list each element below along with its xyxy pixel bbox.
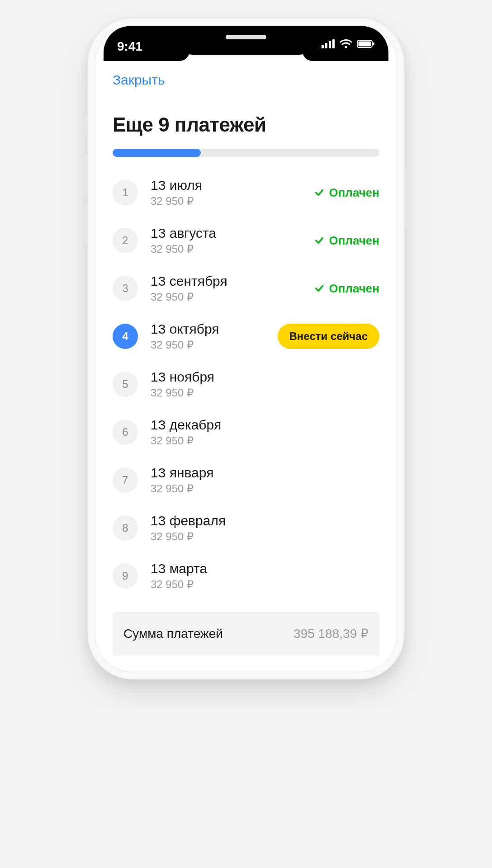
payment-date: 13 февраля <box>151 513 379 528</box>
total-row: Сумма платежей 395 188,39 ₽ <box>113 612 379 656</box>
payment-info: 13 июля32 950 ₽ <box>151 178 302 208</box>
payment-info: 13 февраля32 950 ₽ <box>151 513 379 543</box>
status-paid: Оплачен <box>314 234 379 248</box>
payment-info: 13 сентября32 950 ₽ <box>151 274 302 303</box>
payment-date: 13 марта <box>151 561 379 576</box>
status-paid-label: Оплачен <box>329 282 379 296</box>
payment-amount: 32 950 ₽ <box>151 530 379 543</box>
svg-rect-6 <box>359 42 371 47</box>
phone-side-button <box>85 154 88 195</box>
payment-date: 13 декабря <box>151 417 379 433</box>
payment-amount: 32 950 ₽ <box>151 482 379 495</box>
status-bar: 9:41 <box>95 26 397 65</box>
svg-point-4 <box>345 46 347 48</box>
wifi-icon <box>340 39 352 48</box>
payment-number: 8 <box>113 515 138 541</box>
payment-date: 13 июля <box>151 178 302 193</box>
check-icon <box>314 188 324 198</box>
payment-date: 13 ноября <box>151 369 379 385</box>
payment-date: 13 января <box>151 465 379 481</box>
payment-row: 813 февраля32 950 ₽ <box>113 504 379 552</box>
status-paid-label: Оплачен <box>329 186 379 200</box>
phone-side-button <box>404 167 407 231</box>
payment-number: 1 <box>113 180 138 205</box>
payment-row: 213 августа32 950 ₽Оплачен <box>113 217 379 264</box>
payment-row: 413 октября32 950 ₽Внести сейчас <box>113 312 379 360</box>
payment-amount: 32 950 ₽ <box>151 291 302 303</box>
payment-info: 13 марта32 950 ₽ <box>151 561 379 591</box>
payment-amount: 32 950 ₽ <box>151 339 265 351</box>
status-paid-label: Оплачен <box>329 234 379 248</box>
phone-speaker <box>226 35 266 39</box>
svg-rect-2 <box>329 41 331 48</box>
payment-amount: 32 950 ₽ <box>151 387 379 399</box>
payment-amount: 32 950 ₽ <box>151 195 302 208</box>
payment-row: 113 июля32 950 ₽Оплачен <box>113 169 379 217</box>
svg-rect-0 <box>322 45 324 48</box>
payment-row: 313 сентября32 950 ₽Оплачен <box>113 264 379 312</box>
page-title: Еще 9 платежей <box>95 95 397 149</box>
payment-info: 13 декабря32 950 ₽ <box>151 417 379 447</box>
payment-date: 13 октября <box>151 321 265 337</box>
phone-side-button <box>85 203 88 245</box>
status-paid: Оплачен <box>314 282 379 296</box>
payment-amount: 32 950 ₽ <box>151 434 379 447</box>
payment-number: 3 <box>113 276 138 301</box>
payment-number: 9 <box>113 563 138 589</box>
payment-info: 13 ноября32 950 ₽ <box>151 369 379 399</box>
phone-side-button <box>85 113 88 134</box>
payment-number: 4 <box>113 324 138 349</box>
total-label: Сумма платежей <box>123 627 223 641</box>
total-amount: 395 188,39 ₽ <box>293 626 369 641</box>
svg-rect-1 <box>325 43 327 48</box>
svg-rect-3 <box>332 39 335 48</box>
payment-number: 6 <box>113 420 138 445</box>
payment-row: 713 января32 950 ₽ <box>113 456 379 504</box>
check-icon <box>314 283 324 293</box>
progress-fill <box>113 149 201 157</box>
payment-row: 913 марта32 950 ₽ <box>113 552 379 600</box>
payment-info: 13 августа32 950 ₽ <box>151 226 302 255</box>
status-time: 9:41 <box>117 39 199 54</box>
payment-date: 13 августа <box>151 226 302 241</box>
svg-rect-7 <box>373 42 374 45</box>
payment-date: 13 сентября <box>151 274 302 289</box>
payment-number: 5 <box>113 372 138 397</box>
phone-frame: 9:41 Закрыть Еще 9 платежей 1 <box>88 18 404 679</box>
payment-row: 613 декабря32 950 ₽ <box>113 408 379 456</box>
payment-row: 513 ноября32 950 ₽ <box>113 360 379 408</box>
payment-amount: 32 950 ₽ <box>151 578 379 591</box>
close-button[interactable]: Закрыть <box>113 72 165 88</box>
cellular-icon <box>322 39 335 48</box>
payments-list: 113 июля32 950 ₽Оплачен213 августа32 950… <box>95 169 397 600</box>
payment-number: 2 <box>113 228 138 253</box>
battery-icon <box>357 39 375 48</box>
payment-info: 13 октября32 950 ₽ <box>151 321 265 351</box>
payment-amount: 32 950 ₽ <box>151 243 302 255</box>
payment-info: 13 января32 950 ₽ <box>151 465 379 495</box>
check-icon <box>314 236 324 245</box>
status-paid: Оплачен <box>314 186 379 200</box>
payment-number: 7 <box>113 467 138 493</box>
progress-bar <box>113 149 379 157</box>
pay-now-button[interactable]: Внести сейчас <box>278 324 379 349</box>
